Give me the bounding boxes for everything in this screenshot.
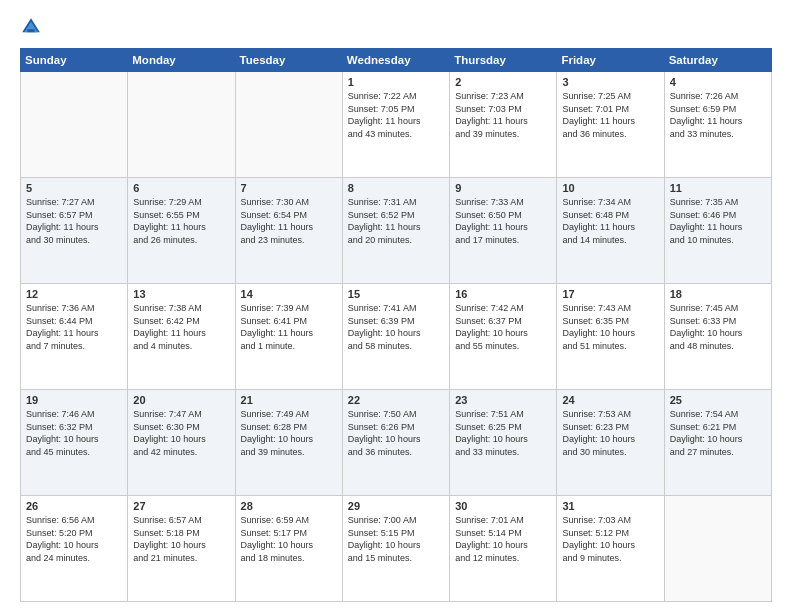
cell-info: Sunrise: 7:25 AMSunset: 7:01 PMDaylight:… bbox=[562, 90, 658, 140]
day-header-monday: Monday bbox=[128, 49, 235, 72]
day-number: 16 bbox=[455, 288, 551, 300]
day-number: 7 bbox=[241, 182, 337, 194]
cell-info: Sunrise: 7:30 AMSunset: 6:54 PMDaylight:… bbox=[241, 196, 337, 246]
day-number: 11 bbox=[670, 182, 766, 194]
day-number: 30 bbox=[455, 500, 551, 512]
logo-icon bbox=[20, 16, 42, 38]
week-row-2: 5Sunrise: 7:27 AMSunset: 6:57 PMDaylight… bbox=[21, 178, 772, 284]
calendar-cell: 31Sunrise: 7:03 AMSunset: 5:12 PMDayligh… bbox=[557, 496, 664, 602]
cell-info: Sunrise: 7:26 AMSunset: 6:59 PMDaylight:… bbox=[670, 90, 766, 140]
calendar-cell bbox=[21, 72, 128, 178]
calendar-cell: 11Sunrise: 7:35 AMSunset: 6:46 PMDayligh… bbox=[664, 178, 771, 284]
cell-info: Sunrise: 7:29 AMSunset: 6:55 PMDaylight:… bbox=[133, 196, 229, 246]
day-header-wednesday: Wednesday bbox=[342, 49, 449, 72]
day-number: 23 bbox=[455, 394, 551, 406]
calendar-cell bbox=[128, 72, 235, 178]
calendar-cell: 29Sunrise: 7:00 AMSunset: 5:15 PMDayligh… bbox=[342, 496, 449, 602]
calendar-cell bbox=[664, 496, 771, 602]
week-row-5: 26Sunrise: 6:56 AMSunset: 5:20 PMDayligh… bbox=[21, 496, 772, 602]
calendar-cell: 4Sunrise: 7:26 AMSunset: 6:59 PMDaylight… bbox=[664, 72, 771, 178]
svg-rect-2 bbox=[27, 29, 34, 32]
calendar-cell: 21Sunrise: 7:49 AMSunset: 6:28 PMDayligh… bbox=[235, 390, 342, 496]
calendar-cell: 22Sunrise: 7:50 AMSunset: 6:26 PMDayligh… bbox=[342, 390, 449, 496]
day-number: 8 bbox=[348, 182, 444, 194]
day-number: 25 bbox=[670, 394, 766, 406]
day-number: 3 bbox=[562, 76, 658, 88]
day-number: 27 bbox=[133, 500, 229, 512]
cell-info: Sunrise: 7:49 AMSunset: 6:28 PMDaylight:… bbox=[241, 408, 337, 458]
cell-info: Sunrise: 7:31 AMSunset: 6:52 PMDaylight:… bbox=[348, 196, 444, 246]
day-number: 12 bbox=[26, 288, 122, 300]
calendar-cell: 5Sunrise: 7:27 AMSunset: 6:57 PMDaylight… bbox=[21, 178, 128, 284]
calendar-cell: 6Sunrise: 7:29 AMSunset: 6:55 PMDaylight… bbox=[128, 178, 235, 284]
calendar-cell: 18Sunrise: 7:45 AMSunset: 6:33 PMDayligh… bbox=[664, 284, 771, 390]
calendar-cell: 24Sunrise: 7:53 AMSunset: 6:23 PMDayligh… bbox=[557, 390, 664, 496]
calendar-cell: 17Sunrise: 7:43 AMSunset: 6:35 PMDayligh… bbox=[557, 284, 664, 390]
day-headers-row: SundayMondayTuesdayWednesdayThursdayFrid… bbox=[21, 49, 772, 72]
cell-info: Sunrise: 7:00 AMSunset: 5:15 PMDaylight:… bbox=[348, 514, 444, 564]
calendar-cell: 28Sunrise: 6:59 AMSunset: 5:17 PMDayligh… bbox=[235, 496, 342, 602]
day-number: 22 bbox=[348, 394, 444, 406]
calendar-cell: 20Sunrise: 7:47 AMSunset: 6:30 PMDayligh… bbox=[128, 390, 235, 496]
day-number: 18 bbox=[670, 288, 766, 300]
day-header-friday: Friday bbox=[557, 49, 664, 72]
day-number: 21 bbox=[241, 394, 337, 406]
calendar-cell: 3Sunrise: 7:25 AMSunset: 7:01 PMDaylight… bbox=[557, 72, 664, 178]
day-number: 17 bbox=[562, 288, 658, 300]
day-number: 5 bbox=[26, 182, 122, 194]
cell-info: Sunrise: 7:33 AMSunset: 6:50 PMDaylight:… bbox=[455, 196, 551, 246]
calendar-cell: 16Sunrise: 7:42 AMSunset: 6:37 PMDayligh… bbox=[450, 284, 557, 390]
day-number: 13 bbox=[133, 288, 229, 300]
week-row-4: 19Sunrise: 7:46 AMSunset: 6:32 PMDayligh… bbox=[21, 390, 772, 496]
calendar-cell: 7Sunrise: 7:30 AMSunset: 6:54 PMDaylight… bbox=[235, 178, 342, 284]
calendar-cell bbox=[235, 72, 342, 178]
calendar-cell: 1Sunrise: 7:22 AMSunset: 7:05 PMDaylight… bbox=[342, 72, 449, 178]
calendar-cell: 26Sunrise: 6:56 AMSunset: 5:20 PMDayligh… bbox=[21, 496, 128, 602]
cell-info: Sunrise: 7:22 AMSunset: 7:05 PMDaylight:… bbox=[348, 90, 444, 140]
cell-info: Sunrise: 7:35 AMSunset: 6:46 PMDaylight:… bbox=[670, 196, 766, 246]
week-row-1: 1Sunrise: 7:22 AMSunset: 7:05 PMDaylight… bbox=[21, 72, 772, 178]
day-number: 14 bbox=[241, 288, 337, 300]
day-number: 26 bbox=[26, 500, 122, 512]
day-header-sunday: Sunday bbox=[21, 49, 128, 72]
calendar-cell: 8Sunrise: 7:31 AMSunset: 6:52 PMDaylight… bbox=[342, 178, 449, 284]
day-number: 24 bbox=[562, 394, 658, 406]
calendar-cell: 9Sunrise: 7:33 AMSunset: 6:50 PMDaylight… bbox=[450, 178, 557, 284]
cell-info: Sunrise: 7:03 AMSunset: 5:12 PMDaylight:… bbox=[562, 514, 658, 564]
day-number: 10 bbox=[562, 182, 658, 194]
calendar-cell: 25Sunrise: 7:54 AMSunset: 6:21 PMDayligh… bbox=[664, 390, 771, 496]
calendar-cell: 2Sunrise: 7:23 AMSunset: 7:03 PMDaylight… bbox=[450, 72, 557, 178]
calendar-table: SundayMondayTuesdayWednesdayThursdayFrid… bbox=[20, 48, 772, 602]
cell-info: Sunrise: 7:43 AMSunset: 6:35 PMDaylight:… bbox=[562, 302, 658, 352]
day-number: 31 bbox=[562, 500, 658, 512]
day-number: 6 bbox=[133, 182, 229, 194]
day-header-thursday: Thursday bbox=[450, 49, 557, 72]
calendar-cell: 19Sunrise: 7:46 AMSunset: 6:32 PMDayligh… bbox=[21, 390, 128, 496]
cell-info: Sunrise: 7:54 AMSunset: 6:21 PMDaylight:… bbox=[670, 408, 766, 458]
day-number: 19 bbox=[26, 394, 122, 406]
calendar-cell: 14Sunrise: 7:39 AMSunset: 6:41 PMDayligh… bbox=[235, 284, 342, 390]
cell-info: Sunrise: 7:01 AMSunset: 5:14 PMDaylight:… bbox=[455, 514, 551, 564]
cell-info: Sunrise: 7:41 AMSunset: 6:39 PMDaylight:… bbox=[348, 302, 444, 352]
calendar-cell: 15Sunrise: 7:41 AMSunset: 6:39 PMDayligh… bbox=[342, 284, 449, 390]
logo bbox=[20, 16, 46, 38]
calendar-cell: 27Sunrise: 6:57 AMSunset: 5:18 PMDayligh… bbox=[128, 496, 235, 602]
day-number: 4 bbox=[670, 76, 766, 88]
cell-info: Sunrise: 7:45 AMSunset: 6:33 PMDaylight:… bbox=[670, 302, 766, 352]
calendar-cell: 23Sunrise: 7:51 AMSunset: 6:25 PMDayligh… bbox=[450, 390, 557, 496]
cell-info: Sunrise: 7:42 AMSunset: 6:37 PMDaylight:… bbox=[455, 302, 551, 352]
cell-info: Sunrise: 7:27 AMSunset: 6:57 PMDaylight:… bbox=[26, 196, 122, 246]
cell-info: Sunrise: 7:38 AMSunset: 6:42 PMDaylight:… bbox=[133, 302, 229, 352]
day-number: 29 bbox=[348, 500, 444, 512]
cell-info: Sunrise: 7:47 AMSunset: 6:30 PMDaylight:… bbox=[133, 408, 229, 458]
cell-info: Sunrise: 7:39 AMSunset: 6:41 PMDaylight:… bbox=[241, 302, 337, 352]
cell-info: Sunrise: 7:36 AMSunset: 6:44 PMDaylight:… bbox=[26, 302, 122, 352]
calendar-cell: 10Sunrise: 7:34 AMSunset: 6:48 PMDayligh… bbox=[557, 178, 664, 284]
cell-info: Sunrise: 6:59 AMSunset: 5:17 PMDaylight:… bbox=[241, 514, 337, 564]
week-row-3: 12Sunrise: 7:36 AMSunset: 6:44 PMDayligh… bbox=[21, 284, 772, 390]
day-number: 15 bbox=[348, 288, 444, 300]
cell-info: Sunrise: 7:34 AMSunset: 6:48 PMDaylight:… bbox=[562, 196, 658, 246]
calendar-cell: 12Sunrise: 7:36 AMSunset: 6:44 PMDayligh… bbox=[21, 284, 128, 390]
cell-info: Sunrise: 7:23 AMSunset: 7:03 PMDaylight:… bbox=[455, 90, 551, 140]
cell-info: Sunrise: 7:53 AMSunset: 6:23 PMDaylight:… bbox=[562, 408, 658, 458]
